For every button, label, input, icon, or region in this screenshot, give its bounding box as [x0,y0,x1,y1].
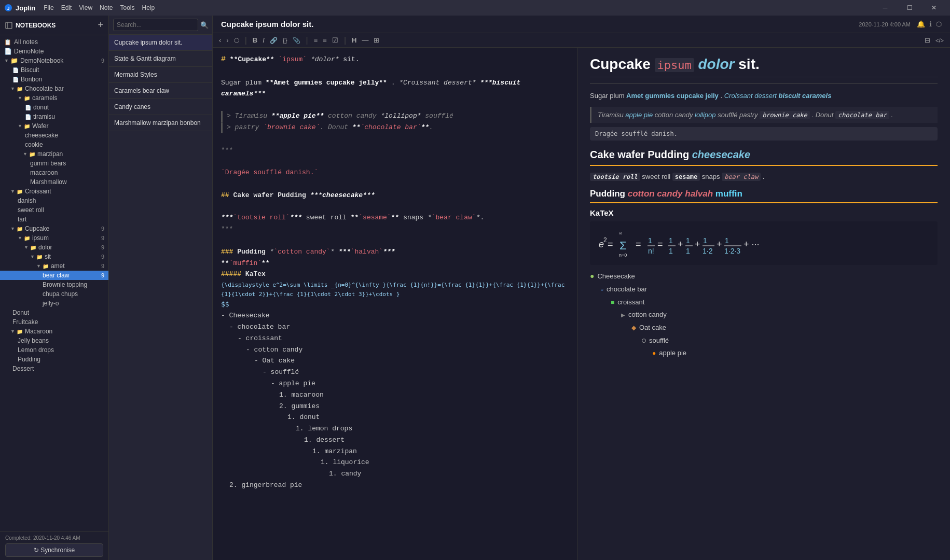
maximize-button[interactable]: ☐ [898,0,921,16]
close-button[interactable]: ✕ [922,0,946,16]
tree-item-jelly-beans[interactable]: Jelly beans [0,336,108,345]
tree-item-macaroon-sub[interactable]: macaroon [0,168,108,177]
tree-item-chocolate-bar[interactable]: ▼ 📁 Chocolate bar [0,84,108,93]
tree-item-jelly-o[interactable]: jelly-o [0,299,108,308]
tree-item-marshmallow-sub[interactable]: Marshmallow [0,177,108,187]
app-name: Joplin [16,4,35,12]
editor-header: Cupcake ipsum dolor sit. 2020-11-20 4:00… [213,16,950,33]
alarm-icon[interactable]: 🔔 [917,20,925,28]
tree-item-caramels[interactable]: ▼ 📁 caramels [0,93,108,103]
tree-item-pudding[interactable]: Pudding [0,355,108,364]
arrow-icon: ▼ [18,95,22,101]
tree-item-wafer[interactable]: ▼ 📁 Wafer [0,121,108,131]
tree-item-demonotebook[interactable]: ▼ 📁 DemoNotebook 9 [0,56,108,65]
note-item-candy-canes[interactable]: Candy canes [109,99,212,115]
menu-file[interactable]: File [44,4,53,11]
sync-button[interactable]: ↻ Synchronise [5,543,103,557]
note-item-cupcake[interactable]: Cupcake ipsum dolor sit. [109,35,212,51]
code-line: ### Pudding *`cotton candy`* ***`halvah`… [221,247,569,258]
tree-item-brownie-topping[interactable]: Brownie topping [0,280,108,289]
code-view-button[interactable]: </> [933,36,946,45]
tree-item-danish[interactable]: danish [0,196,108,205]
external-edit-button[interactable]: ⬡ [232,36,241,45]
tree-item-lemon-drops[interactable]: Lemon drops [0,345,108,355]
arrow-icon: ▼ [24,245,29,250]
note-item-marshmallow[interactable]: Marshmallow marzipan bonbon [109,115,212,131]
tree-item-macaroon-folder[interactable]: ▼ 📁 Macaroon [0,327,108,336]
tree-item-marzipan[interactable]: ▼ 📁 marzipan [0,149,108,159]
split-view-button[interactable]: ⊟ [923,35,932,45]
tree-item-cookie[interactable]: cookie [0,140,108,149]
code-pane[interactable]: # **Cupcake** `ipsum` *dolor* sit. Sugar… [213,48,577,560]
note-item-mermaid[interactable]: Mermaid Styles [109,67,212,83]
tree-item-biscuit[interactable]: 📄 Biscuit [0,65,108,75]
tree-item-donut-top[interactable]: Donut [0,308,108,317]
svg-text:+: + [717,239,722,249]
tree-item-chupa-chups[interactable]: chupa chups [0,289,108,299]
tree-item-ipsum[interactable]: ▼ 📁 ipsum 9 [0,233,108,243]
svg-text:+ ···: + ··· [744,239,760,249]
tree-item-sit[interactable]: ▼ 📁 sit 9 [0,252,108,261]
search-icon[interactable]: 🔍 [200,21,209,29]
code-line: 1. marzipan [221,446,569,457]
preview-h3: Pudding cotton candy halvah muffin [590,189,938,199]
tree-item-donut[interactable]: 📄 donut [0,103,108,112]
tree-item-bear-claw[interactable]: bear claw 9 [0,271,108,280]
attach-button[interactable]: 📎 [291,36,302,45]
code-line: # **Cupcake** `ipsum` *dolor* sit. [221,53,569,66]
arrow-icon: ▼ [10,189,15,194]
titlebar: J Joplin File Edit View Note Tools Help … [0,0,950,16]
search-input[interactable] [113,19,198,31]
share-icon[interactable]: ⬡ [936,20,942,28]
all-notes-item[interactable]: 📋 All notes [0,37,108,47]
tree-item-dessert[interactable]: Dessert [0,364,108,373]
menu-help[interactable]: Help [142,4,155,11]
notes-items: Cupcake ipsum dolor sit. State & Gantt d… [109,35,212,560]
hr-button[interactable]: — [360,35,370,45]
note-item-caramels[interactable]: Caramels bear claw [109,83,212,99]
all-notes-icon: 📋 [4,39,11,46]
italic-button[interactable]: I [260,35,267,45]
minimize-button[interactable]: ─ [873,0,897,16]
menu-edit[interactable]: Edit [61,4,72,11]
svg-text:1: 1 [686,236,690,245]
table-button[interactable]: ⊞ [371,35,381,45]
tree-item-sweet-roll[interactable]: sweet roll [0,205,108,215]
bold-button[interactable]: B [251,35,259,45]
code-button[interactable]: {} [281,35,290,45]
ul-button[interactable]: ≡ [312,35,320,45]
checklist-button[interactable]: ☑ [330,35,340,45]
code-line: 2. gingerbread pie [221,480,569,491]
svg-text:2: 2 [603,236,607,244]
tree-item-bonbon[interactable]: 📄 Bonbon [0,75,108,84]
nav-back-button[interactable]: ‹ [217,35,223,45]
menu-tools[interactable]: Tools [120,4,134,11]
code-line [221,235,569,246]
notes-search-bar: 🔍 ☑ ↕ [109,16,212,35]
tree-item-gummi-bears[interactable]: gummi bears [0,159,108,168]
preview-h5-katex: KaTeX [590,208,938,217]
tree-item-dolor[interactable]: ▼ 📁 dolor 9 [0,243,108,252]
ol-button[interactable]: ≡ [321,35,329,45]
tree-item-croissant[interactable]: ▼ 📁 Croissant [0,187,108,196]
info-icon[interactable]: ℹ [929,20,932,28]
note-item-state-gantt[interactable]: State & Gantt diagram [109,51,212,67]
code-line: - chocolate bar [221,322,569,333]
heading-button[interactable]: H [350,35,359,45]
format-group: B I 🔗 {} 📎 [251,35,302,45]
tree-item-tart[interactable]: tart [0,215,108,224]
add-notebook-button[interactable]: + [98,20,103,31]
tree-item-cupcake-folder[interactable]: ▼ 📁 Cupcake 9 [0,224,108,233]
nav-fwd-button[interactable]: › [224,35,230,45]
sidebar-header: NOTEBOOKS + [0,16,108,35]
menu-view[interactable]: View [79,4,92,11]
menu-note[interactable]: Note [100,4,113,11]
tree-item-tiramisu[interactable]: 📄 tiramisu [0,112,108,121]
tree-item-cheesecake[interactable]: cheesecake [0,131,108,140]
tree-item-amet[interactable]: ▼ 📁 amet 9 [0,261,108,271]
link-button[interactable]: 🔗 [268,36,280,45]
svg-text:1·2·3: 1·2·3 [724,247,740,255]
tree-item-demonote[interactable]: 📄 DemoNote [0,47,108,56]
tree-item-fruitcake[interactable]: Fruitcake [0,317,108,327]
note-title: Candy canes [114,103,207,110]
